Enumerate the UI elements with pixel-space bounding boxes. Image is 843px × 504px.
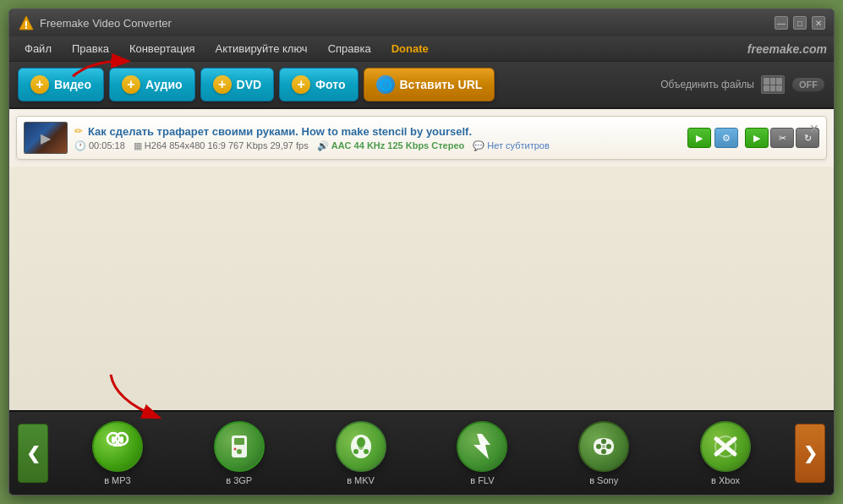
sony-label: в Sony	[589, 475, 618, 485]
audio-label: Аудио	[145, 78, 183, 91]
edit-icon: ✏	[74, 125, 83, 137]
svg-point-19	[606, 444, 611, 449]
photo-label: Фото	[315, 78, 345, 91]
subtitle-icon: 💬	[473, 140, 484, 151]
menu-activate[interactable]: Активируйте ключ	[207, 39, 316, 58]
svg-point-22	[602, 445, 605, 448]
format-buttons: в MP3 в 3GP	[48, 418, 795, 489]
dvd-button[interactable]: + DVD	[200, 68, 275, 101]
merge-label: Объединить файлы	[660, 79, 754, 90]
xbox-icon	[700, 421, 751, 472]
duration-meta: 🕐 00:05:18	[74, 140, 125, 151]
logo-text: freemake	[747, 42, 800, 56]
prev-button[interactable]: ❮	[18, 424, 48, 483]
info-button[interactable]: ⚙	[714, 128, 738, 148]
dvd-plus-icon: +	[213, 75, 232, 94]
svg-marker-17	[474, 434, 490, 459]
title-bar: Freemake Video Converter — □ ✕	[9, 9, 834, 36]
audio-plus-icon: +	[122, 75, 140, 94]
svg-point-11	[233, 448, 236, 451]
merge-cell-6	[776, 85, 782, 92]
menu-bar: Файл Правка Конвертация Активируйте ключ…	[9, 36, 834, 62]
svg-point-18	[596, 444, 601, 449]
subtitle-value: Нет субтитров	[487, 140, 550, 151]
format-mkv-button[interactable]: в MKV	[329, 418, 393, 489]
url-globe-icon: 🌐	[376, 75, 395, 94]
menu-help[interactable]: Справка	[320, 39, 380, 58]
file-list: ▶ ✏ Как сделать трафарет своими руками. …	[9, 109, 834, 167]
file-meta: 🕐 00:05:18 ▦ H264 854x480 16:9 767 Kbps …	[74, 140, 681, 151]
merge-toggle[interactable]: OFF	[791, 77, 825, 92]
format-3gp-button[interactable]: в 3GP	[207, 418, 271, 489]
maximize-button[interactable]: □	[793, 16, 807, 30]
audio-value: AAC 44 KHz 125 Kbps Стерео	[331, 140, 465, 151]
minimize-button[interactable]: —	[775, 16, 788, 30]
title-logo: Freemake Video Converter	[18, 14, 172, 31]
merge-grid-icon[interactable]	[761, 75, 785, 94]
svg-point-15	[364, 449, 369, 454]
logo-domain: .com	[799, 42, 827, 56]
mp3-icon	[92, 421, 143, 472]
mkv-label: в MKV	[347, 475, 375, 485]
svg-point-14	[353, 449, 359, 454]
audio-meta: 🔊 AAC 44 KHz 125 Kbps Стерео	[317, 140, 465, 151]
next-button[interactable]: ❯	[795, 424, 825, 483]
merge-cell-3	[776, 78, 782, 85]
3gp-icon	[214, 421, 265, 472]
subtitle-meta: 💬 Нет субтитров	[473, 140, 550, 151]
dvd-label: DVD	[237, 78, 262, 91]
xbox-label: в Xbox	[711, 475, 740, 485]
cut-button[interactable]: ✂	[770, 128, 794, 148]
video-label: Видео	[54, 78, 91, 91]
flv-label: в FLV	[470, 475, 494, 485]
menu-convert[interactable]: Конвертация	[121, 39, 204, 58]
photo-button[interactable]: + Фото	[279, 68, 358, 101]
svg-point-2	[25, 27, 27, 29]
merge-section: Объединить файлы OFF	[660, 75, 825, 94]
convert-bar: ❮ в MP3	[9, 410, 834, 495]
audio-button[interactable]: + Аудио	[109, 68, 195, 101]
merge-cell-5	[770, 85, 776, 92]
convert-action-button[interactable]: ▶	[745, 128, 769, 148]
thumbnail-image: ▶	[25, 123, 67, 153]
menu-donate[interactable]: Donate	[383, 39, 437, 58]
close-button[interactable]: ✕	[812, 16, 825, 30]
window-controls: — □ ✕	[775, 16, 825, 30]
close-file-button[interactable]: ✕	[807, 122, 821, 135]
codec-value: H264 854x480 16:9 767 Kbps 29,97 fps	[145, 140, 309, 151]
photo-plus-icon: +	[292, 75, 310, 94]
file-title[interactable]: Как сделать трафарет своими руками. How …	[88, 125, 472, 138]
svg-point-20	[601, 439, 606, 444]
file-item: ▶ ✏ Как сделать трафарет своими руками. …	[16, 116, 827, 160]
file-thumbnail: ▶	[24, 122, 68, 154]
video-button[interactable]: + Видео	[18, 68, 104, 101]
content-area: ▶ ✏ Как сделать трафарет своими руками. …	[9, 109, 834, 410]
sony-icon	[578, 421, 629, 472]
file-title-row: ✏ Как сделать трафарет своими руками. Ho…	[74, 125, 681, 138]
format-flv-button[interactable]: в FLV	[450, 418, 514, 489]
codec-icon: ▦	[134, 140, 142, 151]
mkv-icon	[336, 421, 386, 472]
format-xbox-button[interactable]: в Xbox	[693, 418, 758, 489]
menu-file[interactable]: Файл	[16, 39, 60, 58]
codec-meta: ▦ H264 854x480 16:9 767 Kbps 29,97 fps	[134, 140, 309, 151]
toolbar: + Видео + Аудио + DVD + Фото 🌐 Вставить …	[9, 62, 834, 109]
url-button[interactable]: 🌐 Вставить URL	[364, 68, 495, 101]
menu-edit[interactable]: Правка	[63, 39, 118, 58]
play-button[interactable]: ▶	[687, 128, 711, 148]
audio-icon: 🔊	[317, 140, 329, 151]
mp3-label: в MP3	[104, 475, 131, 485]
flv-icon	[457, 421, 507, 472]
merge-cell-1	[764, 78, 769, 85]
file-actions: ▶ ⚙ ▶ ✂ ↻	[687, 128, 819, 148]
svg-rect-5	[112, 436, 115, 443]
clock-icon: 🕐	[74, 140, 86, 151]
format-sony-button[interactable]: в Sony	[572, 418, 636, 489]
svg-rect-6	[120, 436, 123, 443]
window-title: Freemake Video Converter	[40, 17, 172, 30]
3gp-label: в 3GP	[226, 475, 252, 485]
merge-cell-2	[770, 78, 776, 85]
url-label: Вставить URL	[400, 78, 483, 91]
format-mp3-button[interactable]: в MP3	[85, 418, 150, 489]
video-plus-icon: +	[30, 75, 49, 94]
